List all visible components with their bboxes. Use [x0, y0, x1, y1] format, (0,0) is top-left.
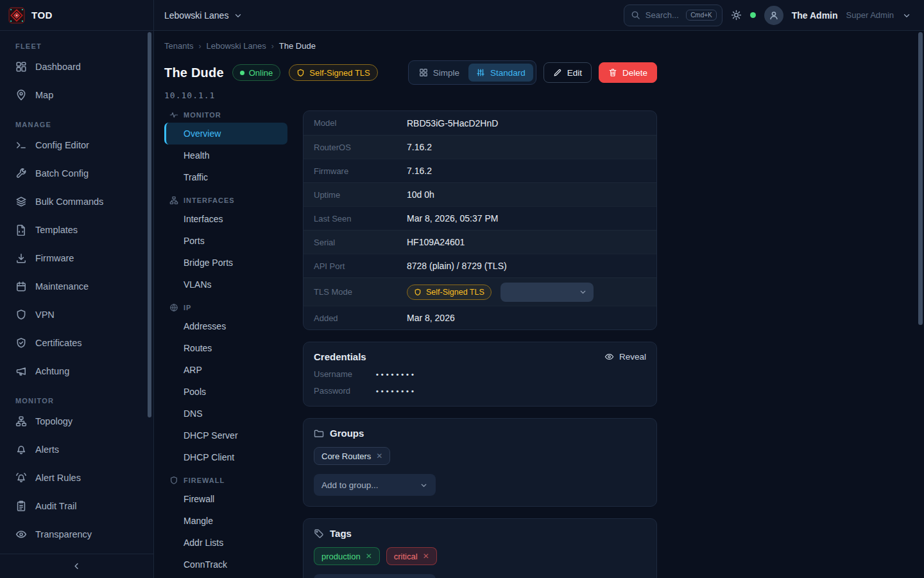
subnav-item-addresses[interactable]: Addresses: [164, 315, 287, 337]
row-label: Uptime: [314, 190, 407, 200]
subnav-item-traffic[interactable]: Traffic: [164, 166, 287, 188]
delete-button[interactable]: Delete: [599, 62, 657, 83]
sidebar-item-config-editor[interactable]: Config Editor: [9, 131, 144, 159]
group-chip-core-routers: Core Routers ✕: [314, 447, 390, 465]
search-shortcut: Cmd+K: [686, 10, 717, 21]
subnav-section-ip: IP: [169, 303, 287, 312]
eye-icon: [15, 529, 27, 540]
bell-icon: [15, 444, 27, 455]
remove-chip-icon[interactable]: ✕: [376, 451, 382, 460]
row-label: RouterOS: [314, 143, 407, 152]
subnav-item-label: ARP: [184, 365, 202, 375]
sidebar-item-dashboard[interactable]: Dashboard: [9, 53, 144, 81]
subnav-item-pools[interactable]: Pools: [164, 381, 287, 403]
subnav-item-routes[interactable]: Routes: [164, 337, 287, 359]
subnav-item-mangle[interactable]: Mangle: [164, 510, 287, 532]
globe-icon: [169, 303, 178, 312]
sidebar-section-monitor: MONITOR: [15, 397, 144, 405]
subnav-item-label: Ports: [184, 236, 205, 246]
sidebar-item-vpn[interactable]: VPN: [9, 301, 144, 329]
breadcrumb-separator: ›: [199, 42, 201, 51]
tls-badge-label: Self-Signed TLS: [309, 68, 370, 78]
edit-button[interactable]: Edit: [543, 62, 592, 83]
sidebar-item-label: Map: [35, 90, 53, 100]
wrench-icon: [15, 168, 27, 179]
sidebar-item-achtung[interactable]: Achtung: [9, 357, 144, 385]
sidebar-item-transparency[interactable]: Transparency: [9, 520, 144, 548]
subnav-item-overview[interactable]: Overview: [164, 123, 287, 144]
subnav-item-dhcp-server[interactable]: DHCP Server: [164, 425, 287, 446]
sidebar-item-certificates[interactable]: Certificates: [9, 329, 144, 357]
tag-icon: [314, 529, 324, 539]
subnav-section-label: IP: [184, 304, 191, 311]
row-value: 7.16.2: [407, 142, 432, 152]
add-to-group-placeholder: Add to group...: [321, 480, 379, 490]
subnav-item-dhcp-client[interactable]: DHCP Client: [164, 446, 287, 468]
subnav-item-arp[interactable]: ARP: [164, 359, 287, 381]
subnav-item-dns[interactable]: DNS: [164, 403, 287, 425]
subnav-item-label: Addr Lists: [184, 538, 223, 548]
breadcrumb: Tenants › Lebowski Lanes › The Dude: [164, 41, 657, 51]
sidebar-item-map[interactable]: Map: [9, 81, 144, 109]
sidebar-section-fleet: FLEET: [15, 42, 144, 50]
grid-icon: [419, 68, 428, 77]
shield-icon: [414, 288, 422, 296]
sidebar-item-label: Alert Rules: [35, 473, 81, 483]
row-label: Serial: [314, 238, 407, 247]
subnav-item-interfaces[interactable]: Interfaces: [164, 208, 287, 230]
user-menu-chevron-icon[interactable]: [902, 11, 911, 20]
breadcrumb-tenants[interactable]: Tenants: [164, 41, 194, 51]
username-label: Username: [314, 369, 376, 379]
device-ip: 10.10.1.1: [164, 91, 657, 100]
subnav-item-wifi-partial[interactable]: WiFi: [164, 575, 287, 578]
subnav-section-label: MONITOR: [184, 111, 221, 119]
reveal-button[interactable]: Reveal: [604, 352, 646, 362]
subnav-item-vlans[interactable]: VLANs: [164, 274, 287, 295]
sidebar-item-maintenance[interactable]: Maintenance: [9, 272, 144, 301]
window-scrollbar[interactable]: [918, 32, 923, 325]
subnav-item-firewall[interactable]: Firewall: [164, 488, 287, 510]
add-tag-select[interactable]: Add tag...: [314, 574, 436, 578]
subnav-item-ports[interactable]: Ports: [164, 230, 287, 252]
username-row: Username ••••••••: [314, 369, 646, 379]
sidebar-item-alert-rules[interactable]: Alert Rules: [9, 464, 144, 492]
table-row-added: Added Mar 8, 2026: [304, 306, 656, 329]
sidebar-collapse-button[interactable]: [0, 554, 153, 578]
sidebar-item-templates[interactable]: Templates: [9, 216, 144, 244]
remove-chip-icon[interactable]: ✕: [423, 552, 429, 561]
download-icon: [15, 252, 27, 264]
subnav-item-label: DNS: [184, 408, 203, 419]
row-label: Added: [314, 313, 407, 323]
chevron-left-icon: [72, 561, 81, 571]
sidebar-scrollbar[interactable]: [148, 32, 151, 417]
password-row: Password ••••••••: [314, 386, 646, 396]
subnav-item-bridge-ports[interactable]: Bridge Ports: [164, 252, 287, 274]
row-value: Mar 8, 2026: [407, 313, 455, 323]
breadcrumb-tenant[interactable]: Lebowski Lanes: [207, 41, 266, 51]
theme-toggle-sun-icon[interactable]: [731, 10, 742, 21]
subnav-item-health[interactable]: Health: [164, 144, 287, 166]
file-icon: [15, 224, 27, 236]
sidebar-item-bulk-commands[interactable]: Bulk Commands: [9, 188, 144, 216]
sidebar-item-audit-trail[interactable]: Audit Trail: [9, 492, 144, 520]
search-input[interactable]: Search... Cmd+K: [624, 4, 723, 26]
tls-mode-select[interactable]: [501, 283, 594, 302]
remove-chip-icon[interactable]: ✕: [366, 552, 372, 561]
sidebar-item-firmware[interactable]: Firmware: [9, 244, 144, 272]
subnav-item-addr-lists[interactable]: Addr Lists: [164, 532, 287, 554]
add-to-group-select[interactable]: Add to group...: [314, 474, 436, 496]
device-subnav: MONITOR Overview Health Traffic INTERFAC…: [164, 110, 287, 578]
view-standard-button[interactable]: Standard: [468, 64, 533, 82]
sidebar-item-topology[interactable]: Topology: [9, 407, 144, 435]
sidebar-item-batch-config[interactable]: Batch Config: [9, 159, 144, 188]
sidebar-item-alerts[interactable]: Alerts: [9, 435, 144, 464]
view-simple-button[interactable]: Simple: [411, 64, 467, 82]
tenant-selector[interactable]: Lebowski Lanes: [164, 10, 243, 21]
dashboard-grid-icon: [15, 61, 27, 73]
subnav-item-conntrack[interactable]: ConnTrack: [164, 554, 287, 575]
password-label: Password: [314, 386, 376, 396]
avatar[interactable]: [764, 6, 783, 25]
page-title: The Dude: [164, 66, 224, 80]
folder-icon: [314, 428, 324, 439]
subnav-item-label: Firewall: [184, 494, 214, 504]
